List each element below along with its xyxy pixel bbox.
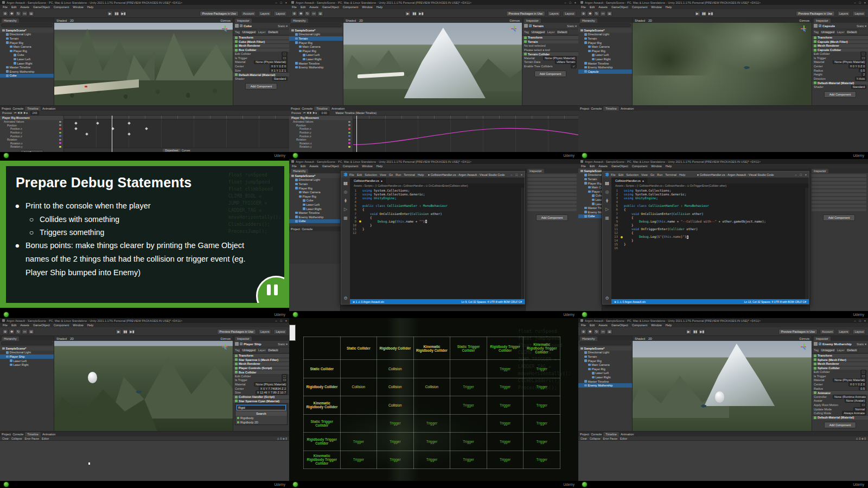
inspector-row[interactable]: Enable Tree Colliders✓: [522, 64, 578, 68]
component-search-result[interactable]: Rigidbody: [235, 416, 287, 420]
explorer-icon[interactable]: ▤: [343, 181, 348, 186]
inspector-row[interactable]: MaterialNone (Physic Material): [233, 382, 289, 386]
hierarchy-item[interactable]: Player Rig: [0, 49, 54, 53]
status-left[interactable]: ⊗ 1 ⚠ 0 Argon Assault.sln: [353, 300, 384, 303]
shaded-dropdown[interactable]: Shaded: [346, 19, 356, 22]
hierarchy-item[interactable]: Master Timeline: [578, 61, 632, 66]
inspector-row[interactable]: Animator: [812, 390, 868, 395]
gizmos-dropdown[interactable]: Gizmos: [220, 337, 231, 340]
menu-item[interactable]: Assets: [598, 5, 608, 9]
inspector-row[interactable]: CenterX 0 Y 0 Z 0: [233, 64, 289, 68]
inspector-row[interactable]: Terrain Collider: [522, 52, 578, 56]
panel-tab[interactable]: Console: [12, 433, 23, 436]
static-dropdown[interactable]: Static ▾: [857, 343, 866, 346]
inspector-row[interactable]: Is Trigger☐: [812, 374, 868, 378]
quick-fix-lightbulb-icon[interactable]: [620, 235, 624, 239]
layer-dropdown[interactable]: Default: [267, 30, 279, 34]
animation-track[interactable]: Position.x: [0, 127, 63, 131]
code-line[interactable]: 4: [611, 200, 809, 204]
inspector-row[interactable]: Player Controls (Script): [233, 366, 289, 370]
play-control-button[interactable]: ▶▮: [699, 329, 705, 334]
preview-toggle[interactable]: Preview: [2, 111, 12, 115]
layout-dropdown[interactable]: Layout: [273, 11, 287, 16]
shaded-dropdown[interactable]: Shaded: [56, 337, 67, 340]
run-debug-icon[interactable]: ▷: [344, 207, 347, 212]
menu-item[interactable]: Terminal: [404, 173, 415, 176]
view-orientation-gizmo[interactable]: [800, 25, 807, 32]
inspector-row[interactable]: Cube (Mesh Filter): [233, 40, 289, 44]
code-line[interactable]: 11 void OnTriggerEnter(Collider other): [611, 227, 809, 231]
minimap[interactable]: [521, 188, 525, 299]
active-checkbox[interactable]: ✓: [240, 343, 242, 345]
hierarchy-item[interactable]: Laser Left: [578, 371, 632, 376]
inspector-row[interactable]: Collision Handler (Script): [233, 395, 289, 399]
code-line[interactable]: 12: [350, 231, 525, 235]
view-orientation-gizmo[interactable]: [800, 343, 807, 350]
code-editor[interactable]: 1using System.Collections;2using System.…: [611, 188, 809, 299]
menu-item[interactable]: Help: [376, 164, 382, 168]
play-control-button[interactable]: ▶▮: [120, 11, 126, 16]
hierarchy-item[interactable]: Cube: [289, 199, 340, 203]
code-editor[interactable]: 1using System.Collections;2using System.…: [350, 188, 525, 299]
hierarchy-item[interactable]: Enemy Mothership: [289, 215, 340, 219]
transform-tool-button[interactable]: ▭: [22, 11, 28, 16]
menu-item[interactable]: Edit: [590, 164, 595, 168]
transport-icons[interactable]: ⏮ ◀ ▶ ▶▮: [14, 111, 28, 115]
extensions-icon[interactable]: ▦: [605, 216, 609, 220]
transform-tool-button[interactable]: ✚: [587, 329, 593, 334]
hierarchy-item[interactable]: Player Rig: [289, 49, 343, 53]
2d-toggle[interactable]: 2D: [359, 19, 363, 22]
hierarchy-search[interactable]: [1, 23, 53, 27]
menu-item[interactable]: Component: [632, 164, 647, 168]
inspector-row[interactable]: Mesh Renderer: [233, 43, 289, 48]
code-line[interactable]: 8 {: [611, 216, 809, 220]
active-checkbox[interactable]: ✓: [819, 343, 821, 345]
track-header[interactable]: Player Rig Movement: [289, 116, 353, 120]
inspector-row[interactable]: Star Sparrow Cyan (Material): [233, 399, 289, 403]
layers-dropdown[interactable]: Layers: [258, 11, 272, 16]
transform-tool-button[interactable]: ⊕: [580, 11, 586, 16]
hierarchy-item[interactable]: Master Timeline: [0, 65, 54, 69]
tab-hierarchy[interactable]: Hierarchy: [580, 337, 597, 341]
gear-icon[interactable]: ⚙: [605, 296, 609, 301]
gizmos-dropdown[interactable]: Gizmos: [220, 19, 231, 22]
inspector-row[interactable]: Mesh Renderer: [812, 43, 868, 48]
restore-button[interactable]: □: [859, 1, 860, 4]
transform-tool-button[interactable]: ↻: [15, 11, 21, 16]
transform-tool-button[interactable]: ⊕: [291, 11, 297, 16]
menu-item[interactable]: Go: [650, 173, 654, 176]
inspector-row[interactable]: Edit Collider⬚: [812, 52, 868, 56]
hierarchy-search[interactable]: [579, 341, 631, 345]
view-orientation-gizmo[interactable]: [221, 343, 228, 350]
hierarchy-item[interactable]: Main Camera: [289, 45, 343, 49]
tag-dropdown[interactable]: Untagged: [241, 30, 257, 34]
error-pause-button[interactable]: Error Pause: [24, 437, 39, 440]
menu-item[interactable]: Edit: [357, 173, 362, 176]
animation-track[interactable]: Rotation.y: [0, 145, 63, 149]
menu-item[interactable]: Help: [679, 173, 685, 176]
inspector-row[interactable]: Terrain: [522, 40, 578, 44]
status-right[interactable]: Ln 9, Col 32 Spaces: 4 UTF-8 with BOM CR…: [462, 300, 522, 303]
panel-tab[interactable]: Animation: [42, 107, 55, 110]
code-line[interactable]: 2using System.Collections.Generic;: [350, 193, 525, 197]
active-checkbox[interactable]: ✓: [240, 24, 242, 27]
transform-tool-button[interactable]: ↻: [593, 11, 599, 16]
preview-packages-badge[interactable]: Preview Packages in Use: [506, 11, 545, 16]
layer-dropdown[interactable]: Default: [846, 348, 858, 352]
transform-tool-button[interactable]: ⊕: [2, 329, 8, 334]
gizmos-dropdown[interactable]: Gizmos: [799, 19, 809, 22]
menu-item[interactable]: Window: [73, 5, 84, 9]
panel-tab[interactable]: Animation: [42, 433, 55, 436]
hierarchy-item[interactable]: Directional Light: [289, 33, 343, 37]
hierarchy-item[interactable]: Player Rig: [289, 186, 340, 191]
preview-packages-badge[interactable]: Preview Packages in Use: [778, 329, 818, 334]
close-button[interactable]: ×: [805, 173, 807, 176]
menu-item[interactable]: Edit: [11, 324, 16, 327]
timeline-ruler[interactable]: [64, 116, 289, 119]
inspector-row[interactable]: Transform: [233, 35, 289, 40]
inspector-row[interactable]: MaterialNone (Physic Material): [812, 60, 868, 65]
dopesheet-area[interactable]: DopesheetCurves: [64, 116, 289, 152]
hierarchy-search[interactable]: [290, 23, 342, 27]
code-line[interactable]: 12 {: [611, 231, 809, 235]
inspector-row[interactable]: Radius0.5: [812, 386, 868, 391]
